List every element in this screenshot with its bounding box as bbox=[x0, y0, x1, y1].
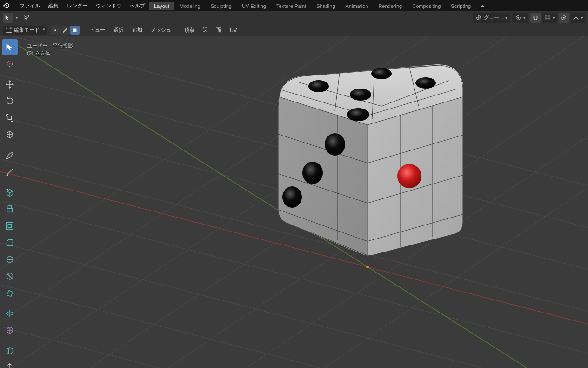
svg-rect-8 bbox=[7, 28, 11, 32]
viewport-info-line1: ユーザー・平行投影 bbox=[27, 42, 73, 49]
edge-select-mode[interactable] bbox=[60, 26, 70, 35]
svg-point-11 bbox=[6, 32, 7, 33]
svg-point-32 bbox=[415, 77, 436, 89]
vertex-select-mode[interactable] bbox=[51, 26, 60, 35]
menu-help[interactable]: ヘルプ bbox=[128, 1, 147, 11]
svg-rect-41 bbox=[8, 116, 11, 119]
tab-compositing[interactable]: Compositing bbox=[407, 2, 446, 10]
tab-shading[interactable]: Shading bbox=[311, 2, 340, 10]
chevron-down-icon: ▾ bbox=[505, 15, 508, 20]
svg-point-40 bbox=[9, 63, 11, 65]
dice-object[interactable] bbox=[278, 64, 463, 256]
proportional-edit-toggle[interactable] bbox=[559, 13, 569, 23]
viewport-toolbar bbox=[2, 39, 18, 368]
tool-move[interactable] bbox=[2, 76, 18, 92]
transform-orientation-dropdown[interactable]: グロー... ▾ bbox=[473, 13, 510, 23]
menu-mesh[interactable]: メッシュ bbox=[148, 25, 174, 35]
tab-layout[interactable]: Layout bbox=[149, 2, 174, 10]
svg-rect-14 bbox=[74, 28, 77, 32]
svg-point-37 bbox=[282, 186, 302, 208]
svg-point-34 bbox=[347, 108, 369, 121]
mode-label: 編集モード bbox=[14, 27, 40, 34]
menu-uv[interactable]: UV bbox=[227, 26, 240, 34]
chevron-down-icon: ▾ bbox=[553, 15, 555, 20]
workspace-tabs: Layout Modeling Sculpting UV Editing Tex… bbox=[149, 2, 486, 10]
chevron-down-icon: ▾ bbox=[581, 15, 583, 20]
tool-shrink-fatten[interactable] bbox=[2, 360, 18, 368]
tool-select-box[interactable] bbox=[2, 39, 18, 55]
svg-line-21 bbox=[0, 279, 588, 368]
tool-bevel[interactable] bbox=[2, 235, 18, 251]
menu-edit[interactable]: 編集 bbox=[47, 1, 60, 11]
mode-dropdown[interactable]: 編集モード bbox=[3, 26, 47, 35]
svg-point-35 bbox=[325, 133, 345, 156]
app-menus: ファイル 編集 レンダー ウィンドウ ヘルプ bbox=[18, 1, 147, 11]
select-tool-icon[interactable] bbox=[21, 13, 31, 23]
tool-measure[interactable] bbox=[2, 164, 18, 180]
interaction-header: ▾ グロー... ▾ ▾ ▾ ▾ bbox=[0, 11, 588, 24]
svg-rect-46 bbox=[8, 224, 11, 227]
svg-point-38 bbox=[397, 164, 421, 188]
tool-inset[interactable] bbox=[2, 218, 18, 234]
svg-point-10 bbox=[10, 27, 12, 29]
chevron-down-icon[interactable]: ▾ bbox=[16, 15, 18, 20]
svg-point-36 bbox=[302, 162, 323, 184]
add-workspace-button[interactable]: + bbox=[476, 2, 486, 10]
svg-point-12 bbox=[10, 32, 12, 33]
menu-select[interactable]: 選択 bbox=[111, 25, 127, 35]
tool-edge-slide[interactable] bbox=[2, 343, 18, 359]
svg-rect-43 bbox=[7, 208, 13, 212]
face-select-mode[interactable] bbox=[70, 26, 80, 35]
svg-rect-44 bbox=[8, 206, 11, 209]
tool-transform[interactable] bbox=[2, 127, 18, 143]
svg-rect-45 bbox=[7, 223, 13, 230]
blender-logo[interactable] bbox=[2, 1, 10, 10]
tool-smooth[interactable] bbox=[2, 322, 18, 338]
viewport-info-line2: (0) 立方体 bbox=[27, 49, 73, 57]
tab-texture-paint[interactable]: Texture Paint bbox=[271, 2, 311, 10]
viewport-scene bbox=[0, 36, 588, 368]
svg-point-7 bbox=[563, 17, 565, 19]
menu-edge[interactable]: 辺 bbox=[200, 25, 211, 35]
menu-file[interactable]: ファイル bbox=[18, 1, 42, 11]
cursor-tool-icon[interactable] bbox=[3, 13, 13, 23]
tool-rotate[interactable] bbox=[2, 93, 18, 109]
menu-face[interactable]: 面 bbox=[214, 25, 224, 35]
svg-point-33 bbox=[350, 89, 371, 101]
tab-scripting[interactable]: Scripting bbox=[446, 2, 476, 10]
snap-toggle[interactable] bbox=[530, 13, 541, 23]
tool-scale[interactable] bbox=[2, 110, 18, 126]
menu-render[interactable]: レンダー bbox=[65, 1, 89, 11]
tool-poly-build[interactable] bbox=[2, 285, 18, 301]
chevron-down-icon: ▾ bbox=[523, 15, 526, 20]
viewport-info: ユーザー・平行投影 (0) 立方体 bbox=[27, 42, 73, 57]
tab-uv-editing[interactable]: UV Editing bbox=[237, 2, 271, 10]
menu-window[interactable]: ウィンドウ bbox=[94, 1, 123, 11]
svg-point-31 bbox=[371, 68, 392, 79]
snap-options-dropdown[interactable]: ▾ bbox=[542, 13, 557, 23]
menu-add[interactable]: 追加 bbox=[129, 25, 145, 35]
tool-spin[interactable] bbox=[2, 306, 18, 321]
menu-view[interactable]: ビュー bbox=[87, 25, 108, 35]
tool-knife[interactable] bbox=[2, 268, 18, 284]
svg-rect-5 bbox=[545, 15, 550, 20]
pivot-point-dropdown[interactable]: ▾ bbox=[512, 13, 528, 23]
tab-animation[interactable]: Animation bbox=[341, 2, 374, 10]
tool-extrude[interactable] bbox=[2, 201, 18, 217]
menu-vertex[interactable]: 頂点 bbox=[181, 25, 197, 35]
mode-header: 編集モード ビュー 選択 追加 メッシュ 頂点 辺 面 UV bbox=[0, 24, 588, 36]
svg-point-13 bbox=[54, 29, 56, 31]
proportional-falloff-dropdown[interactable]: ▾ bbox=[571, 13, 585, 23]
tab-rendering[interactable]: Rendering bbox=[373, 2, 407, 10]
svg-point-1 bbox=[6, 5, 7, 6]
orientation-label: グロー... bbox=[484, 14, 503, 21]
tab-modeling[interactable]: Modeling bbox=[174, 2, 206, 10]
tool-add-cube[interactable] bbox=[2, 184, 18, 200]
3d-viewport[interactable]: ユーザー・平行投影 (0) 立方体 bbox=[0, 36, 588, 368]
tool-annotate[interactable] bbox=[2, 147, 18, 163]
tool-cursor[interactable] bbox=[2, 56, 18, 72]
tab-sculpting[interactable]: Sculpting bbox=[206, 2, 237, 10]
svg-point-9 bbox=[6, 27, 7, 29]
tool-loop-cut[interactable] bbox=[2, 252, 18, 267]
svg-line-20 bbox=[0, 237, 588, 368]
